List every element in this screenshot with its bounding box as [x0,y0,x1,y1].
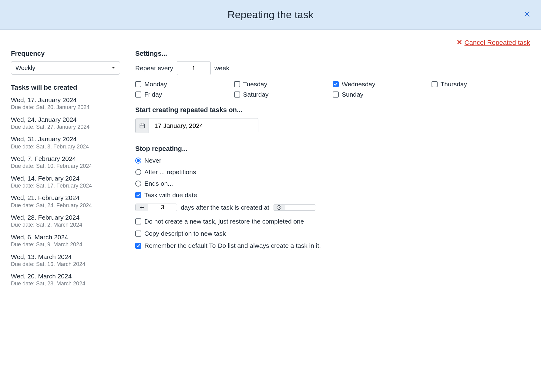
repeat-suffix: week [214,65,229,72]
weekday-checkbox-thursday[interactable] [432,81,438,87]
weekday-label: Tuesday [243,81,267,88]
close-icon[interactable] [523,10,531,19]
cancel-repeated-link[interactable]: Cancel Repeated task [457,39,530,47]
option-row: Remember the default To-Do list and alwa… [135,242,530,249]
stop-never-label: Never [144,157,161,164]
preview-list: Wed, 17. January 2024Due date: Sat, 20. … [11,96,129,287]
start-date-group [135,118,258,133]
due-date-config-row: days after the task is created at [135,204,530,211]
due-date-label: Task with due date [144,191,197,199]
option-checkbox[interactable] [135,243,141,249]
stop-heading: Stop repeating... [135,145,530,153]
task-preview-date: Wed, 20. March 2024 [11,272,129,280]
weekday-option: Sunday [333,91,432,98]
task-preview-date: Wed, 14. February 2024 [11,174,129,182]
frequency-heading: Frequency [11,50,129,58]
stop-ends-radio[interactable] [135,181,141,187]
task-preview-item: Wed, 31. January 2024Due date: Sat, 3. F… [11,135,129,150]
dialog-body: Frequency Weekly Tasks will be created W… [0,50,541,304]
extra-options: Do not create a new task, just restore t… [135,218,530,249]
task-preview-date: Wed, 21. February 2024 [11,194,129,202]
start-date-input[interactable] [149,118,258,133]
task-preview-item: Wed, 20. March 2024Due date: Sat, 23. Ma… [11,272,129,287]
task-preview-date: Wed, 31. January 2024 [11,135,129,143]
due-time-group [273,204,316,211]
option-row: Copy description to new task [135,230,530,237]
task-preview-item: Wed, 6. March 2024Due date: Sat, 9. Marc… [11,233,129,248]
task-preview-due: Due date: Sat, 27. January 2024 [11,124,129,131]
task-preview-due: Due date: Sat, 10. February 2024 [11,163,129,170]
option-label: Remember the default To-Do list and alwa… [144,242,321,249]
frequency-select[interactable]: Weekly [11,61,120,75]
weekday-label: Wednesday [342,81,375,88]
weekday-label: Sunday [342,91,363,98]
task-preview-item: Wed, 24. January 2024Due date: Sat, 27. … [11,115,129,131]
svg-rect-2 [140,124,144,128]
right-column: Settings... Repeat every week MondayTues… [132,50,530,292]
weekday-label: Saturday [243,91,269,98]
repeat-interval-input[interactable] [177,61,211,75]
task-preview-due: Due date: Sat, 23. March 2024 [11,280,129,287]
option-row: Do not create a new task, just restore t… [135,218,530,225]
weekday-label: Friday [144,91,162,98]
weekday-option: Friday [135,91,234,98]
option-checkbox[interactable] [135,231,141,237]
weekday-label: Thursday [441,81,467,88]
weekday-grid: MondayTuesdayWednesdayThursdayFridaySatu… [135,81,530,98]
weekday-checkbox-monday[interactable] [135,81,141,87]
task-preview-due: Due date: Sat, 24. February 2024 [11,202,129,209]
task-preview-due: Due date: Sat, 17. February 2024 [11,182,129,189]
stop-ends-label: Ends on... [144,180,173,187]
stop-ends-row: Ends on... [135,180,530,187]
task-preview-item: Wed, 17. January 2024Due date: Sat, 20. … [11,96,129,111]
task-preview-item: Wed, 7. February 2024Due date: Sat, 10. … [11,154,129,170]
weekday-checkbox-saturday[interactable] [234,91,240,98]
task-preview-item: Wed, 14. February 2024Due date: Sat, 17.… [11,174,129,190]
due-date-checkbox-row: Task with due date [135,191,530,199]
weekday-checkbox-tuesday[interactable] [234,81,240,87]
dialog-title: Repeating the task [227,9,314,21]
option-label: Do not create a new task, just restore t… [144,218,304,225]
task-preview-date: Wed, 7. February 2024 [11,154,129,163]
calendar-icon[interactable] [136,118,149,133]
start-heading: Start creating repeated tasks on... [135,106,530,114]
dialog-header: Repeating the task [0,0,541,30]
weekday-option: Tuesday [234,81,333,88]
top-actions: Cancel Repeated task [0,30,541,50]
task-preview-date: Wed, 13. March 2024 [11,253,129,261]
weekday-checkbox-wednesday[interactable] [333,81,339,87]
weekday-checkbox-friday[interactable] [135,91,141,98]
due-time-input[interactable] [285,205,316,210]
weekday-label: Monday [144,81,167,88]
due-middle-text: days after the task is created at [181,204,269,211]
task-preview-due: Due date: Sat, 9. March 2024 [11,241,129,248]
due-date-checkbox[interactable] [135,192,141,198]
plus-icon[interactable] [136,204,148,211]
clock-icon[interactable] [273,205,285,210]
stop-after-radio[interactable] [135,169,141,175]
preview-heading: Tasks will be created [11,84,129,91]
due-days-input[interactable] [148,204,177,211]
due-days-stepper [135,204,177,211]
weekday-checkbox-sunday[interactable] [333,91,339,98]
chevron-down-icon [111,65,116,71]
task-preview-due: Due date: Sat, 20. January 2024 [11,104,129,111]
weekday-option: Saturday [234,91,333,98]
repeat-prefix: Repeat every [135,65,173,72]
task-preview-item: Wed, 28. February 2024Due date: Sat, 2. … [11,213,129,229]
weekday-option: Thursday [432,81,530,88]
frequency-value: Weekly [15,65,35,71]
repeat-every-row: Repeat every week [135,61,530,75]
weekday-option: Wednesday [333,81,432,88]
option-checkbox[interactable] [135,218,141,224]
task-preview-due: Due date: Sat, 3. February 2024 [11,143,129,150]
task-preview-due: Due date: Sat, 2. March 2024 [11,221,129,228]
task-preview-date: Wed, 17. January 2024 [11,96,129,104]
left-column: Frequency Weekly Tasks will be created W… [11,50,132,292]
task-preview-item: Wed, 13. March 2024Due date: Sat, 16. Ma… [11,253,129,268]
task-preview-date: Wed, 6. March 2024 [11,233,129,241]
stop-never-row: Never [135,157,530,164]
stop-never-radio[interactable] [135,158,141,164]
task-preview-date: Wed, 24. January 2024 [11,115,129,124]
option-label: Copy description to new task [144,230,226,237]
